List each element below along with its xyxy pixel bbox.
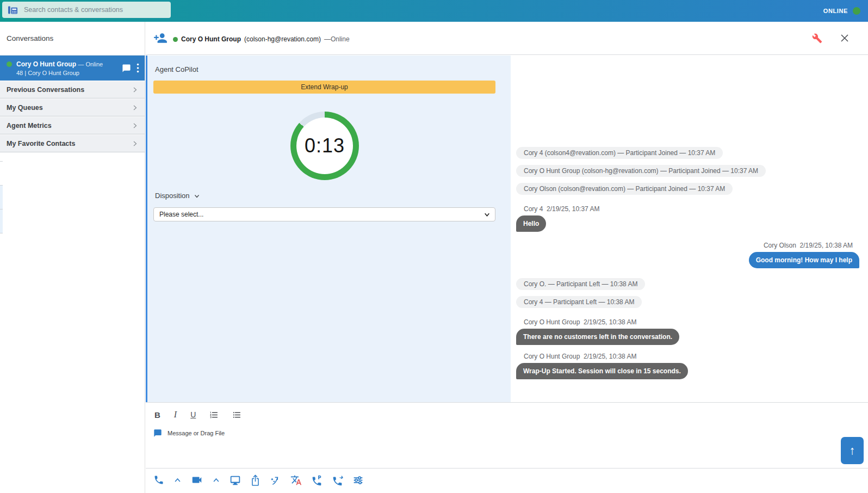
- section-label: Previous Conversations: [7, 86, 84, 94]
- tools-wrench-icon[interactable]: [812, 33, 822, 44]
- chevron-right-icon: [132, 87, 138, 93]
- call-transfer-icon[interactable]: [332, 474, 343, 486]
- search-input[interactable]: [24, 6, 165, 14]
- header-contact-name: Cory O Hunt Group: [181, 35, 241, 43]
- section-label: Agent Metrics: [7, 122, 52, 130]
- online-dot-icon: [7, 61, 12, 67]
- extend-wrapup-button[interactable]: Extend Wrap-up: [153, 81, 495, 94]
- chat-message: Cory O Hunt Group 2/19/25, 10:38 AMThere…: [516, 318, 679, 345]
- bullet-list-icon[interactable]: [232, 410, 241, 420]
- disposition-label: Disposition: [155, 192, 190, 200]
- send-button[interactable]: ↑: [841, 437, 864, 464]
- system-message: Cory 4 (colson4@revation.com) — Particip…: [516, 147, 723, 159]
- italic-icon[interactable]: I: [174, 410, 177, 420]
- system-message-pill: Cory 4 — Participant Left — 10:38 AM: [516, 296, 642, 308]
- conversation-status: — Online: [78, 61, 103, 67]
- sidebar-item-my-queues[interactable]: My Queues: [0, 98, 145, 116]
- conversation-name: Cory O Hunt Group: [16, 60, 76, 68]
- call-toolbar: [153, 474, 364, 486]
- phone-icon[interactable]: [153, 474, 164, 485]
- section-label: My Queues: [7, 104, 43, 112]
- message-sender-timestamp: Cory O Hunt Group 2/19/25, 10:38 AM: [524, 318, 678, 326]
- disposition-select[interactable]: Please select...: [153, 207, 495, 221]
- message-bubble: Good morning! How may I help: [749, 252, 859, 268]
- system-message-pill: Cory Olson (colson@revation.com) — Parti…: [516, 183, 733, 195]
- close-icon[interactable]: [840, 33, 850, 43]
- agent-status-badge[interactable]: ONLINE: [823, 0, 860, 22]
- divider: [146, 468, 868, 469]
- system-message: Cory 4 — Participant Left — 10:38 AM: [516, 296, 642, 308]
- search-box[interactable]: [2, 2, 171, 18]
- online-dot-icon: [173, 37, 178, 42]
- ordered-list-icon[interactable]: [209, 410, 219, 420]
- wrapup-timer-face: 0:13: [296, 118, 353, 174]
- online-status-dot-icon: [853, 7, 860, 15]
- system-message: Cory Olson (colson@revation.com) — Parti…: [516, 183, 733, 195]
- system-message: Cory O Hunt Group (colson-hg@revation.co…: [516, 165, 766, 177]
- message-sender-timestamp: Cory O Hunt Group 2/19/25, 10:38 AM: [524, 353, 687, 360]
- section-label: My Favorite Contacts: [7, 140, 75, 147]
- top-bar: ONLINE: [0, 0, 868, 22]
- video-icon[interactable]: [191, 474, 203, 486]
- message-bubble: Hello: [516, 215, 546, 232]
- agent-status-label: ONLINE: [823, 8, 848, 14]
- message-input[interactable]: Message or Drag File: [146, 422, 868, 437]
- chevron-down-icon: [194, 193, 200, 199]
- message-bubble: Wrap-Up Started. Session will close in 1…: [516, 363, 688, 379]
- smart-actions-icon[interactable]: [270, 474, 281, 486]
- sidebar-item-my-favorite-contacts[interactable]: My Favorite Contacts: [0, 134, 145, 152]
- translate-icon[interactable]: [290, 474, 302, 486]
- bold-icon[interactable]: B: [154, 410, 160, 420]
- chat-message: Cory O Hunt Group 2/19/25, 10:38 AMWrap-…: [516, 353, 688, 379]
- call-park-icon[interactable]: [311, 474, 323, 486]
- sidebar: Conversations Cory O Hunt Group — Online…: [0, 22, 145, 493]
- composer: B I U Message or Drag File ↑: [146, 402, 868, 493]
- message-sender-timestamp: Cory Olson 2/19/25, 10:38 AM: [749, 242, 853, 249]
- disposition-collapse-toggle[interactable]: Disposition: [155, 192, 200, 200]
- header-contact-email: (colson-hg@revation.com): [244, 35, 321, 43]
- edge-dock-strip: [0, 161, 3, 245]
- kebab-menu-icon[interactable]: [137, 63, 139, 73]
- settings-sliders-icon[interactable]: [352, 474, 364, 486]
- conversation-subtitle: 48 | Cory O Hunt Group: [16, 70, 122, 76]
- chevron-up-icon[interactable]: [212, 476, 220, 484]
- chevron-up-icon[interactable]: [173, 476, 182, 484]
- chat-bubble-icon[interactable]: [122, 64, 131, 73]
- add-participant-icon[interactable]: [153, 31, 168, 45]
- conversation-header: Cory O Hunt Group (colson-hg@revation.co…: [146, 22, 868, 55]
- system-message-pill: Cory O Hunt Group (colson-hg@revation.co…: [516, 165, 766, 177]
- screen-share-icon[interactable]: [230, 474, 241, 486]
- agent-copilot-panel: Agent CoPilot Extend Wrap-up 0:13 Dispos…: [146, 56, 511, 402]
- format-toolbar: B I U: [146, 403, 868, 422]
- sidebar-title: Conversations: [0, 22, 145, 56]
- system-message-pill: Cory 4 (colson4@revation.com) — Particip…: [516, 147, 723, 159]
- fax-phone-icon: [8, 5, 18, 15]
- sidebar-item-active-conversation[interactable]: Cory O Hunt Group — Online 48 | Cory O H…: [0, 56, 145, 81]
- chevron-right-icon: [132, 104, 138, 111]
- message-sender-timestamp: Cory 4 2/19/25, 10:37 AM: [524, 205, 599, 213]
- conversation-text: Cory O Hunt Group — Online 48 | Cory O H…: [16, 60, 122, 76]
- message-bubble: There are no customers left in the conve…: [516, 329, 679, 345]
- arrow-up-icon: ↑: [850, 443, 855, 458]
- chat-message: Cory 4 2/19/25, 10:37 AMHello: [516, 205, 600, 232]
- underline-icon[interactable]: U: [190, 410, 196, 419]
- system-message: Cory O. — Participant Left — 10:38 AM: [516, 278, 645, 290]
- chevron-right-icon: [132, 140, 138, 147]
- message-list: Cory 4 (colson4@revation.com) — Particip…: [511, 56, 868, 402]
- header-contact-status: —Online: [324, 35, 350, 43]
- sidebar-item-previous-conversations[interactable]: Previous Conversations: [0, 81, 145, 98]
- chat-bubble-icon: [153, 429, 162, 437]
- wrapup-timer-value: 0:13: [305, 134, 345, 157]
- message-input-placeholder: Message or Drag File: [168, 430, 225, 436]
- chevron-right-icon: [132, 122, 138, 129]
- wrapup-countdown-timer: 0:13: [290, 112, 359, 180]
- chat-message: Cory Olson 2/19/25, 10:38 AMGood morning…: [749, 242, 859, 268]
- share-file-icon[interactable]: [250, 474, 261, 486]
- sidebar-item-agent-metrics[interactable]: Agent Metrics: [0, 116, 145, 134]
- system-message-pill: Cory O. — Participant Left — 10:38 AM: [516, 278, 645, 290]
- copilot-title: Agent CoPilot: [155, 65, 199, 73]
